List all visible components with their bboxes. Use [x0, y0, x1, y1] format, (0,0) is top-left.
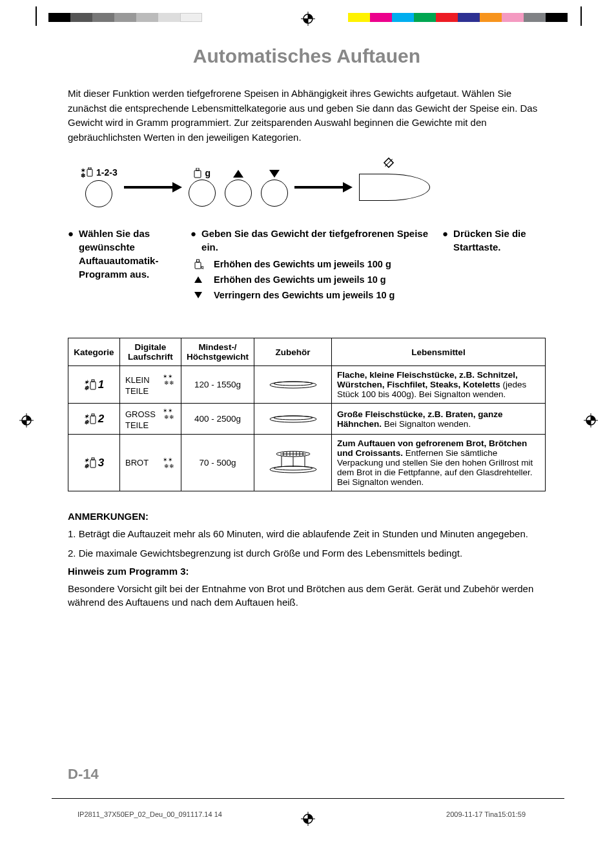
- svg-text:✶✶: ✶✶: [163, 457, 173, 463]
- notes-heading: ANMERKUNGEN:: [68, 511, 546, 522]
- svg-marker-29: [194, 276, 202, 283]
- weight-down-button[interactable]: [261, 180, 288, 207]
- footer-rule: [52, 798, 564, 799]
- triangle-down-icon: [190, 291, 206, 299]
- svg-rect-49: [90, 460, 96, 468]
- plate-icon: [267, 411, 319, 424]
- category-cell: ✶❄1: [68, 366, 120, 404]
- weight-cell: 70 - 500g: [181, 435, 254, 491]
- col-weight: Mindest-/ Höchstgewicht: [181, 338, 254, 366]
- footer-left: IP2811_37X50EP_02_Deu_00_091117.14 14: [77, 810, 222, 818]
- svg-point-46: [274, 416, 313, 420]
- step-3-text: Drücken Sie die Starttaste.: [453, 227, 546, 254]
- weight-cell: 400 - 2500g: [181, 404, 254, 435]
- hint-heading: Hinweis zum Programm 3:: [68, 566, 546, 577]
- col-category: Kategorie: [68, 338, 120, 366]
- diamond-icon: [383, 157, 395, 169]
- step-2-line-3: Verringern des Gewichts um jeweils 10 g: [214, 290, 395, 300]
- svg-rect-14: [87, 169, 92, 176]
- crop-mark-right: [580, 6, 582, 26]
- col-scrolltext: Digitale Laufschrift: [120, 338, 181, 366]
- svg-text:❄: ❄: [84, 419, 90, 425]
- table-header-row: Kategorie Digitale Laufschrift Mindest-/…: [68, 338, 546, 366]
- svg-rect-19: [196, 168, 199, 170]
- col-accessory: Zubehör: [254, 338, 332, 366]
- grayscale-bar: [48, 13, 202, 22]
- scrolltext-cell: GROSS✶✶❄❄TEILE: [120, 404, 181, 435]
- weight-up-button[interactable]: [225, 180, 252, 207]
- note-1: 1. Beträgt die Auftauzeit mehr als 60 Mi…: [68, 527, 546, 541]
- svg-rect-27: [197, 260, 200, 262]
- accessory-cell: [254, 404, 332, 435]
- diagram-label-123: 1-2-3: [96, 167, 118, 178]
- footer-right: 2009-11-17 Tina15:01:59: [446, 810, 526, 818]
- arrow-right-icon: [124, 181, 182, 194]
- table-row: ✶❄3BROT✶✶❄❄70 - 500gZum Auftauen von gef…: [68, 435, 546, 491]
- registration-mark-icon: [301, 12, 315, 26]
- food-cell: Flache, kleine Fleischstücke, z.B. Schni…: [332, 366, 546, 404]
- defrost-programs-table: Kategorie Digitale Laufschrift Mindest-/…: [68, 338, 546, 491]
- hint-text: Besondere Vorsicht gilt bei der Entnahme…: [68, 582, 546, 610]
- defrost-program-icon: ✶❄3: [74, 457, 114, 469]
- svg-text:❄: ❄: [81, 172, 86, 178]
- crop-mark-left: [36, 6, 37, 26]
- svg-marker-17: [172, 182, 182, 192]
- operation-diagram: ✶❄ 1-2-3 g: [81, 167, 546, 207]
- svg-point-38: [274, 382, 313, 386]
- note-2: 2. Die maximale Gewichtsbegrenzung ist d…: [68, 546, 546, 561]
- svg-text:✶✶: ✶✶: [163, 407, 173, 414]
- category-cell: ✶❄3: [68, 435, 120, 491]
- svg-text:❄❄: ❄❄: [164, 414, 174, 420]
- col-food: Lebensmittel: [332, 338, 546, 366]
- svg-text:❄❄: ❄❄: [164, 380, 174, 386]
- program-select-button[interactable]: [85, 180, 112, 207]
- svg-text:❄: ❄: [84, 385, 90, 391]
- diagram-label-g: g: [205, 168, 210, 178]
- svg-marker-20: [233, 170, 243, 178]
- triangle-down-icon: [269, 169, 280, 178]
- accessory-cell: [254, 435, 332, 491]
- weight-100g-button[interactable]: [189, 180, 216, 207]
- step-2-line-2: Erhöhen des Gewichts um jeweils 10 g: [214, 274, 386, 285]
- page-title: Automatisches Auftauen: [68, 45, 546, 67]
- accessory-cell: [254, 366, 332, 404]
- defrost-program-icon: ✶❄2: [74, 413, 114, 426]
- svg-text:❄: ❄: [84, 463, 90, 469]
- registration-mark-icon: [584, 413, 598, 429]
- notes-section: ANMERKUNGEN: 1. Beträgt die Auftauzeit m…: [68, 511, 546, 610]
- start-button[interactable]: [359, 174, 430, 201]
- scrolltext-cell: BROT✶✶❄❄: [120, 435, 181, 491]
- svg-rect-34: [92, 380, 94, 382]
- defrost-program-icon: ✶❄: [81, 167, 94, 178]
- table-row: ✶❄2GROSS✶✶❄❄TEILE400 - 2500gGroße Fleisc…: [68, 404, 546, 435]
- svg-marker-21: [269, 170, 280, 178]
- svg-marker-23: [343, 182, 353, 192]
- step-2-line-1: Erhöhen des Gewichts um jeweils 100 g: [214, 259, 391, 269]
- triangle-up-icon: [190, 276, 206, 283]
- arrow-right-icon: [294, 181, 353, 194]
- food-cell: Zum Auftauen von gefrorenem Brot, Brötch…: [332, 435, 546, 491]
- food-cell: Große Fleischstücke, z.B. Braten, ganze …: [332, 404, 546, 435]
- plate-icon: [267, 377, 319, 390]
- weight-cell: 120 - 1550g: [181, 366, 254, 404]
- svg-rect-33: [90, 382, 96, 389]
- svg-text:g: g: [201, 264, 203, 269]
- table-row: ✶❄1KLEIN✶✶❄❄TEILE120 - 1550gFlache, klei…: [68, 366, 546, 404]
- svg-rect-26: [195, 262, 201, 269]
- step-instructions: ●Wählen Sie das gewün­schte Auftauautoma…: [68, 227, 546, 305]
- svg-rect-50: [92, 458, 94, 460]
- weight-icon: g: [190, 259, 206, 269]
- registration-mark-icon: [19, 413, 34, 429]
- svg-rect-42: [92, 414, 94, 416]
- page-number: D-14: [68, 766, 99, 783]
- intro-paragraph: Mit dieser Funktion werden tiefgefrorene…: [68, 87, 546, 145]
- svg-text:✶✶: ✶✶: [163, 373, 173, 380]
- rack-on-plate-icon: [267, 449, 319, 475]
- svg-rect-15: [88, 167, 91, 169]
- svg-rect-41: [90, 416, 96, 424]
- svg-rect-18: [194, 170, 201, 178]
- triangle-up-icon: [232, 169, 244, 178]
- category-cell: ✶❄2: [68, 404, 120, 435]
- color-bar: [348, 13, 568, 22]
- svg-marker-30: [194, 292, 202, 298]
